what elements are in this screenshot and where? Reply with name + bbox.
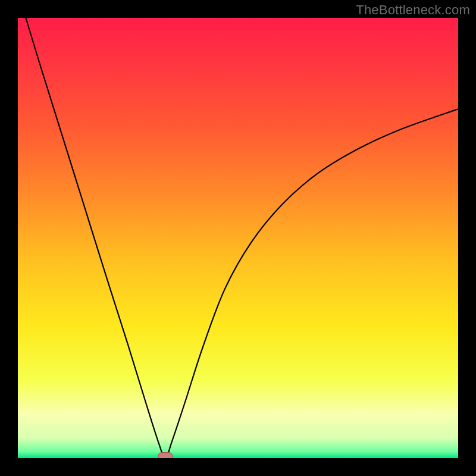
- chart-svg: [18, 18, 458, 458]
- optimum-marker: [158, 453, 173, 458]
- chart-frame: TheBottleneck.com: [0, 0, 476, 476]
- plot-area: [18, 18, 458, 458]
- watermark-text: TheBottleneck.com: [356, 2, 470, 18]
- gradient-background: [18, 18, 458, 458]
